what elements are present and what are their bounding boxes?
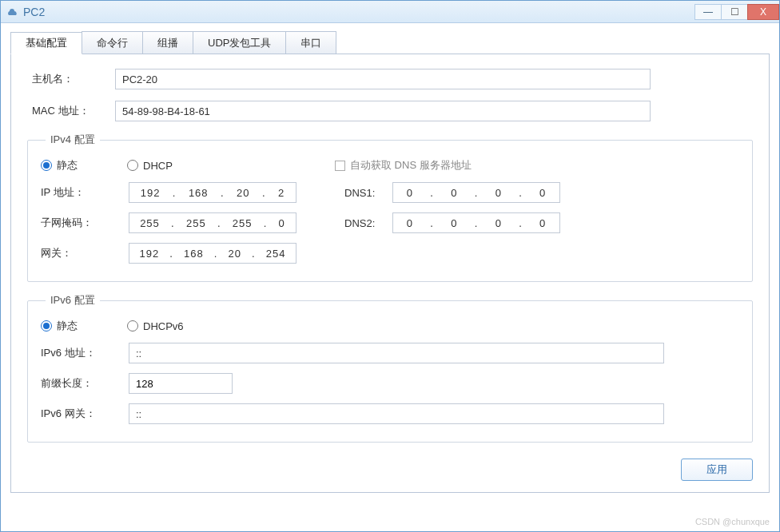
dns1-input[interactable]: 0. 0. 0. 0 <box>392 182 560 203</box>
tab-multicast[interactable]: 组播 <box>142 31 193 54</box>
tab-udp-tool[interactable]: UDP发包工具 <box>193 31 286 54</box>
app-icon <box>6 6 18 18</box>
hostname-input[interactable] <box>115 69 651 89</box>
maximize-button[interactable]: ☐ <box>721 4 748 20</box>
tab-serial[interactable]: 串口 <box>285 31 336 54</box>
ipv4-group: IPv4 配置 静态 DHCP 自动获取 DNS 服务器地址 <box>27 133 753 282</box>
auto-dns-checkbox[interactable]: 自动获取 DNS 服务器地址 <box>335 158 472 173</box>
dns2-input[interactable]: 0. 0. 0. 0 <box>392 212 560 233</box>
client-area: 基础配置 命令行 组播 UDP发包工具 串口 主机名： MAC 地址： IPv4… <box>1 23 779 502</box>
ipv6-addr-input[interactable] <box>129 343 664 363</box>
tab-strip: 基础配置 命令行 组播 UDP发包工具 串口 <box>10 31 770 54</box>
tab-cli[interactable]: 命令行 <box>82 31 143 54</box>
window-title: PC2 <box>23 6 45 18</box>
ipv6-dhcpv6-radio[interactable]: DHCPv6 <box>127 320 184 332</box>
mac-label: MAC 地址： <box>27 104 115 118</box>
title-bar: PC2 — ☐ X <box>1 1 779 23</box>
dns2-label: DNS2: <box>344 217 392 229</box>
ipv6-gw-input[interactable] <box>129 403 664 424</box>
ip-label: IP 地址： <box>41 185 129 200</box>
ipv6-group: IPv6 配置 静态 DHCPv6 IPv6 地址： 前 <box>27 293 753 443</box>
watermark: CSDN @chunxque <box>695 517 770 526</box>
ipv4-dhcp-radio[interactable]: DHCP <box>127 160 335 172</box>
mac-input[interactable] <box>115 101 651 121</box>
hostname-label: 主机名： <box>27 72 115 86</box>
tab-basic-config[interactable]: 基础配置 <box>10 32 82 54</box>
ipv6-addr-label: IPv6 地址： <box>41 346 129 360</box>
ipv4-legend: IPv4 配置 <box>46 133 100 147</box>
ipv6-prefix-label: 前缀长度： <box>41 376 129 391</box>
close-button[interactable]: X <box>747 4 779 20</box>
ip-address-input[interactable]: 192. 168. 20. 2 <box>129 182 296 203</box>
ipv6-gw-label: IPv6 网关： <box>41 407 129 421</box>
dns1-label: DNS1: <box>344 187 392 199</box>
ipv6-legend: IPv6 配置 <box>46 293 100 308</box>
ipv6-static-radio[interactable]: 静态 <box>41 319 127 333</box>
mask-label: 子网掩码： <box>41 216 129 230</box>
gateway-label: 网关： <box>41 246 129 260</box>
window-buttons: — ☐ X <box>695 4 779 20</box>
gateway-input[interactable]: 192. 168. 20. 254 <box>129 243 296 264</box>
app-window: PC2 — ☐ X 基础配置 命令行 组播 UDP发包工具 串口 主机名： MA… <box>0 0 780 532</box>
ipv6-prefix-input[interactable] <box>129 373 233 394</box>
minimize-button[interactable]: — <box>694 4 722 20</box>
basic-config-panel: 主机名： MAC 地址： IPv4 配置 静态 DHCP <box>10 54 770 493</box>
subnet-mask-input[interactable]: 255. 255. 255. 0 <box>129 212 296 233</box>
ipv4-static-radio[interactable]: 静态 <box>41 158 127 173</box>
apply-button[interactable]: 应用 <box>681 459 753 481</box>
